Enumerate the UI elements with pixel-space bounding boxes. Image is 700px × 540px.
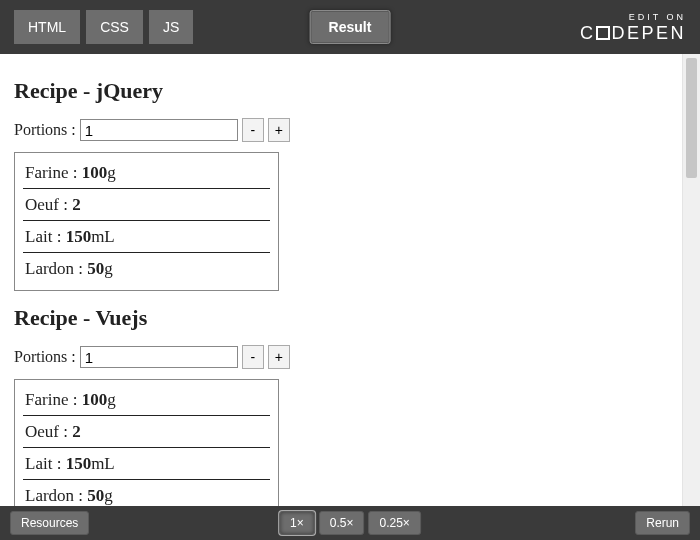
zoom-025x[interactable]: 0.25× [369,511,421,535]
codepen-edit-label: EDIT ON [580,13,686,22]
list-item: Farine : 100g [23,157,270,189]
zoom-group: 1× 0.5× 0.25× [279,511,421,535]
portions-label: Portions : [14,121,76,139]
portions-label: Portions : [14,348,76,366]
topbar: HTML CSS JS Result EDIT ON CDEPEN [0,0,700,54]
list-item: Lait : 150mL [23,448,270,480]
portions-row-jquery: Portions : - + [14,118,668,142]
codepen-brand: CDEPEN [580,23,686,43]
codepen-logo[interactable]: EDIT ON CDEPEN [580,13,686,42]
tab-result[interactable]: Result [310,10,391,44]
result-pane: Recipe - jQuery Portions : - + Farine : … [0,54,682,506]
content-area: Recipe - jQuery Portions : - + Farine : … [0,54,700,506]
portions-plus-vuejs[interactable]: + [268,345,290,369]
zoom-1x[interactable]: 1× [279,511,315,535]
portions-minus-vuejs[interactable]: - [242,345,264,369]
ingredients-list-vuejs: Farine : 100g Oeuf : 2 Lait : 150mL Lard… [14,379,279,506]
recipe-vuejs-title: Recipe - Vuejs [14,305,668,331]
ingredients-list-jquery: Farine : 100g Oeuf : 2 Lait : 150mL Lard… [14,152,279,291]
recipe-jquery-title: Recipe - jQuery [14,78,668,104]
portions-input-jquery[interactable] [80,119,238,141]
portions-minus-jquery[interactable]: - [242,118,264,142]
list-item: Oeuf : 2 [23,416,270,448]
bottombar: Resources 1× 0.5× 0.25× Rerun [0,506,700,540]
list-item: Lardon : 50g [23,253,270,284]
codepen-box-icon [596,26,610,40]
tab-html[interactable]: HTML [14,10,80,44]
scrollbar[interactable] [682,54,700,506]
list-item: Oeuf : 2 [23,189,270,221]
portions-plus-jquery[interactable]: + [268,118,290,142]
list-item: Lardon : 50g [23,480,270,506]
tab-js[interactable]: JS [149,10,193,44]
portions-row-vuejs: Portions : - + [14,345,668,369]
scrollbar-thumb[interactable] [686,58,697,178]
zoom-05x[interactable]: 0.5× [319,511,365,535]
list-item: Farine : 100g [23,384,270,416]
portions-input-vuejs[interactable] [80,346,238,368]
tab-css[interactable]: CSS [86,10,143,44]
rerun-button[interactable]: Rerun [635,511,690,535]
list-item: Lait : 150mL [23,221,270,253]
resources-button[interactable]: Resources [10,511,89,535]
